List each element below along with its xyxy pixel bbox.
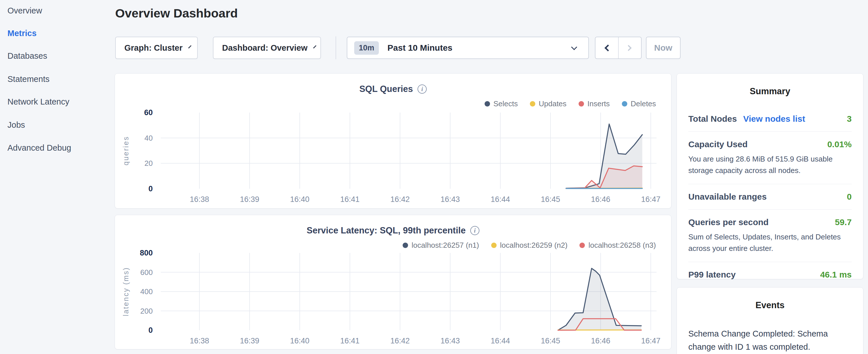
svg-text:800: 800 — [140, 249, 153, 257]
summary-title: Summary — [677, 86, 863, 97]
sidebar-item-statements[interactable]: Statements — [7, 74, 50, 84]
sql-queries-chart[interactable]: 16:3816:3916:4016:4116:4216:4316:4416:45… — [115, 74, 672, 209]
now-button[interactable]: Now — [646, 37, 681, 59]
svg-text:16:43: 16:43 — [440, 336, 460, 345]
svg-text:16:47: 16:47 — [641, 336, 660, 345]
summary-value: 0.01% — [827, 139, 852, 149]
toolbar-divider — [336, 36, 336, 59]
svg-text:16:42: 16:42 — [390, 336, 410, 345]
svg-text:16:41: 16:41 — [340, 195, 360, 204]
sidebar-item-metrics[interactable]: Metrics — [7, 28, 37, 38]
summary-rows: Total Nodes View nodes list 3 Capacity U… — [688, 106, 852, 287]
summary-label: Queries per second — [688, 217, 769, 227]
svg-text:queries: queries — [122, 136, 130, 165]
svg-text:60: 60 — [144, 108, 153, 117]
svg-text:16:39: 16:39 — [240, 195, 259, 204]
chevron-down-icon — [188, 45, 191, 48]
summary-row-p99-latency: P99 latency 46.1 ms — [688, 262, 852, 287]
time-range-selector[interactable]: 10m Past 10 Minutes — [347, 37, 589, 59]
svg-text:16:43: 16:43 — [440, 195, 460, 204]
summary-row-queries-per-second: Queries per second 59.7 Sum of Selects, … — [688, 210, 852, 262]
svg-text:16:47: 16:47 — [641, 195, 660, 204]
svg-text:20: 20 — [145, 159, 153, 167]
summary-label: Total Nodes — [688, 114, 737, 124]
summary-value: 3 — [847, 114, 852, 124]
svg-text:600: 600 — [141, 268, 153, 277]
summary-label: Unavailable ranges — [688, 192, 767, 202]
summary-description: You are using 28.6 MiB of 515.9 GiB usab… — [688, 153, 852, 176]
db-console-metrics-page: Overview Metrics Databases Statements Ne… — [0, 0, 868, 354]
view-nodes-list-link[interactable]: View nodes list — [743, 114, 805, 124]
service-latency-chart-card: Service Latency: SQL, 99th percentile i … — [115, 215, 672, 349]
chevron-right-icon — [626, 45, 631, 51]
event-list-item: Schema Change Completed: Schema change w… — [688, 327, 852, 354]
summary-row-total-nodes: Total Nodes View nodes list 3 — [688, 106, 852, 132]
svg-text:16:39: 16:39 — [240, 336, 259, 345]
svg-text:16:46: 16:46 — [591, 195, 610, 204]
summary-description: Sum of Selects, Updates, Inserts, and De… — [688, 231, 852, 254]
event-message: Schema Change Completed: Schema change w… — [688, 327, 852, 353]
summary-value: 0 — [847, 192, 852, 202]
events-panel: Events Schema Change Completed: Schema c… — [677, 287, 863, 354]
sidebar: Overview Metrics Databases Statements Ne… — [0, 0, 115, 354]
time-step-buttons — [595, 37, 642, 59]
summary-value: 59.7 — [835, 217, 852, 227]
events-title: Events — [677, 300, 863, 311]
time-forward-button[interactable] — [618, 37, 641, 58]
svg-text:latency (ms): latency (ms) — [122, 267, 130, 316]
svg-text:16:42: 16:42 — [390, 195, 410, 204]
summary-label: P99 latency — [688, 270, 736, 280]
svg-text:40: 40 — [145, 134, 153, 142]
sidebar-item-advanced-debug[interactable]: Advanced Debug — [7, 142, 71, 153]
sidebar-item-databases[interactable]: Databases — [7, 51, 47, 61]
svg-text:16:44: 16:44 — [491, 195, 510, 204]
svg-text:0: 0 — [149, 185, 153, 193]
dashboard-dropdown-label: Dashboard: Overview — [222, 43, 308, 53]
summary-row-capacity-used: Capacity Used 0.01% You are using 28.6 M… — [688, 132, 852, 184]
svg-text:400: 400 — [141, 287, 153, 296]
chevron-left-icon — [604, 44, 611, 51]
summary-label: Capacity Used — [688, 139, 748, 149]
summary-panel: Summary Total Nodes View nodes list 3 Ca… — [677, 73, 863, 279]
svg-text:200: 200 — [141, 307, 153, 315]
svg-text:16:38: 16:38 — [190, 336, 209, 345]
svg-text:16:45: 16:45 — [541, 195, 560, 204]
svg-text:16:46: 16:46 — [591, 336, 610, 345]
time-back-button[interactable] — [595, 37, 618, 58]
time-range-label: Past 10 Minutes — [388, 43, 453, 53]
svg-text:0: 0 — [149, 326, 153, 334]
sidebar-item-overview[interactable]: Overview — [7, 5, 42, 16]
summary-value: 46.1 ms — [820, 270, 852, 280]
svg-text:16:40: 16:40 — [290, 336, 309, 345]
svg-text:16:44: 16:44 — [491, 336, 510, 345]
svg-text:16:40: 16:40 — [290, 195, 309, 204]
sidebar-item-jobs[interactable]: Jobs — [7, 120, 25, 130]
svg-text:16:41: 16:41 — [340, 336, 360, 345]
chevron-down-icon — [313, 45, 316, 48]
graph-dropdown[interactable]: Graph: Cluster — [115, 37, 198, 59]
svg-text:16:38: 16:38 — [190, 195, 209, 204]
summary-row-unavailable-ranges: Unavailable ranges 0 — [688, 184, 852, 210]
svg-text:16:45: 16:45 — [541, 336, 560, 345]
sql-queries-chart-card: SQL Queries i Selects Updates Inserts De… — [115, 73, 672, 208]
service-latency-chart[interactable]: 16:3816:3916:4016:4116:4216:4316:4416:45… — [115, 215, 672, 350]
graph-dropdown-label: Graph: Cluster — [124, 43, 183, 53]
sidebar-item-network-latency[interactable]: Network Latency — [7, 97, 69, 107]
chevron-down-icon — [571, 44, 577, 50]
dashboard-dropdown[interactable]: Dashboard: Overview — [213, 37, 321, 59]
time-range-badge: 10m — [354, 41, 379, 55]
page-title: Overview Dashboard — [115, 6, 238, 20]
